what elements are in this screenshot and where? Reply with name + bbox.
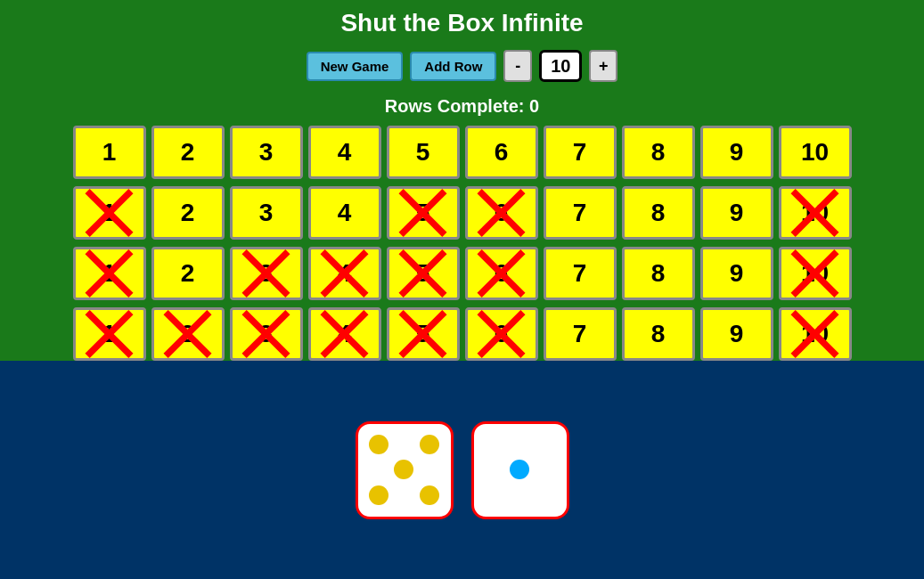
die-2-dots xyxy=(485,435,556,506)
tile[interactable]: 5 xyxy=(387,126,460,179)
tile[interactable]: 7 xyxy=(544,307,617,361)
dot-empty xyxy=(369,460,388,479)
page-title: Shut the Box Infinite xyxy=(340,9,583,37)
tile[interactable]: 8 xyxy=(622,247,695,300)
tile[interactable]: 6 xyxy=(465,186,538,240)
die-2[interactable] xyxy=(471,421,569,519)
dot-center xyxy=(510,460,529,479)
dot-empty xyxy=(536,460,555,479)
dot xyxy=(369,435,388,454)
tile[interactable]: 6 xyxy=(465,126,538,179)
dot-empty xyxy=(485,485,504,505)
tile[interactable]: 7 xyxy=(544,186,617,240)
dot xyxy=(369,485,388,505)
tile[interactable]: 8 xyxy=(622,126,695,179)
counter-display: 10 xyxy=(539,50,582,82)
tile[interactable]: 1 xyxy=(73,186,146,240)
tile[interactable]: 3 xyxy=(230,247,303,300)
rows-area: 1234567891012345678910123456789101234567… xyxy=(37,126,887,361)
tile-row: 12345678910 xyxy=(73,307,852,361)
tile[interactable]: 1 xyxy=(73,307,146,361)
tile[interactable]: 3 xyxy=(230,307,303,361)
tile[interactable]: 3 xyxy=(230,126,303,179)
tile[interactable]: 9 xyxy=(700,307,773,361)
tile[interactable]: 6 xyxy=(465,307,538,361)
tile[interactable]: 7 xyxy=(544,126,617,179)
dot-empty xyxy=(394,435,413,454)
tile[interactable]: 4 xyxy=(308,307,381,361)
tile[interactable]: 1 xyxy=(73,247,146,300)
tile[interactable]: 10 xyxy=(779,307,852,361)
tile[interactable]: 8 xyxy=(622,307,695,361)
tile[interactable]: 5 xyxy=(387,247,460,300)
dot xyxy=(420,485,439,505)
die-1[interactable] xyxy=(356,421,454,519)
dot-empty xyxy=(420,460,439,479)
tile[interactable]: 8 xyxy=(622,186,695,240)
tile[interactable]: 9 xyxy=(700,126,773,179)
toolbar: New Game Add Row - 10 + xyxy=(307,50,618,82)
bottom-section xyxy=(0,361,924,579)
dot xyxy=(420,435,439,454)
tile-row: 12345678910 xyxy=(73,186,852,240)
tile[interactable]: 9 xyxy=(700,186,773,240)
tile[interactable]: 3 xyxy=(230,186,303,240)
top-section: Shut the Box Infinite New Game Add Row -… xyxy=(0,0,924,361)
tile-row: 12345678910 xyxy=(73,247,852,300)
die-1-dots xyxy=(369,435,440,506)
tile[interactable]: 4 xyxy=(308,126,381,179)
tile[interactable]: 2 xyxy=(151,247,225,300)
tile[interactable]: 4 xyxy=(308,186,381,240)
tile[interactable]: 6 xyxy=(465,247,538,300)
dot-empty xyxy=(485,460,504,479)
tile[interactable]: 7 xyxy=(544,247,617,300)
tile[interactable]: 1 xyxy=(73,126,146,179)
dot-empty xyxy=(510,485,529,505)
tile[interactable]: 10 xyxy=(779,247,852,300)
tile-row: 12345678910 xyxy=(73,126,852,179)
tile[interactable]: 4 xyxy=(308,247,381,300)
minus-button[interactable]: - xyxy=(503,50,532,82)
dot-empty xyxy=(394,485,413,505)
tile[interactable]: 5 xyxy=(387,186,460,240)
dot-empty xyxy=(536,435,555,454)
tile[interactable]: 2 xyxy=(151,307,225,361)
new-game-button[interactable]: New Game xyxy=(307,52,404,81)
dot-center xyxy=(394,460,413,479)
rows-complete-label: Rows Complete: 0 xyxy=(385,96,539,117)
tile[interactable]: 2 xyxy=(151,126,225,179)
plus-button[interactable]: + xyxy=(589,50,617,82)
tile[interactable]: 9 xyxy=(700,247,773,300)
tile[interactable]: 2 xyxy=(151,186,225,240)
tile[interactable]: 10 xyxy=(779,126,852,179)
dot-empty xyxy=(510,435,529,454)
add-row-button[interactable]: Add Row xyxy=(410,52,496,81)
dot-empty xyxy=(485,435,504,454)
tile[interactable]: 5 xyxy=(387,307,460,361)
tile[interactable]: 10 xyxy=(779,186,852,240)
dot-empty xyxy=(536,485,555,505)
